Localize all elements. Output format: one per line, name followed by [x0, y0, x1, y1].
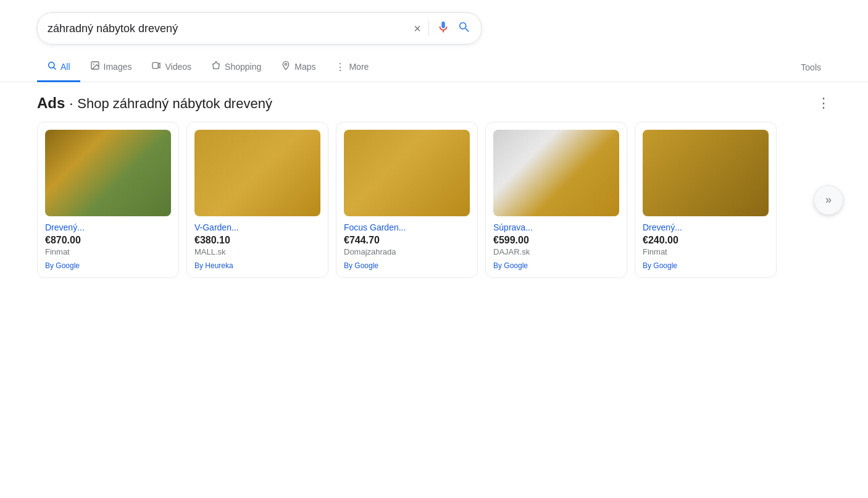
- product-price-5: €240.00: [643, 235, 769, 246]
- product-image-1: [45, 130, 171, 216]
- product-card-3[interactable]: Focus Garden... €744.70 Domajzahrada By …: [336, 122, 478, 278]
- tab-shopping-label: Shopping: [225, 62, 261, 72]
- clear-icon[interactable]: ×: [414, 22, 421, 36]
- main-content: Ads · Shop záhradný nábytok drevený ⋮ Dr…: [0, 82, 868, 290]
- nav-tabs: All Images Videos Shopping Maps ⋮ More T…: [0, 51, 868, 82]
- all-icon: [47, 61, 57, 73]
- product-image-2: [194, 130, 320, 216]
- product-title-4: Súprava...: [493, 222, 619, 232]
- product-price-4: €599.00: [493, 235, 619, 246]
- search-icon[interactable]: [457, 20, 471, 36]
- tab-images-label: Images: [104, 62, 132, 72]
- product-image-4: [493, 130, 619, 216]
- mic-icon[interactable]: [436, 20, 450, 36]
- tools-tab[interactable]: Tools: [791, 55, 831, 80]
- tab-maps-label: Maps: [294, 62, 315, 72]
- shopping-icon: [211, 61, 221, 73]
- ads-shop-title: Shop záhradný nábytok drevený: [77, 96, 272, 111]
- product-store-4: DAJAR.sk: [493, 247, 619, 256]
- tab-shopping[interactable]: Shopping: [201, 53, 271, 82]
- product-card-1[interactable]: Drevený... €870.00 Finmat By Google: [37, 122, 179, 278]
- more-dots-icon: ⋮: [335, 61, 345, 73]
- product-by-5: By Google: [643, 261, 769, 270]
- ads-more-button[interactable]: ⋮: [817, 96, 831, 110]
- tab-all[interactable]: All: [37, 53, 80, 82]
- product-by-1: By Google: [45, 261, 171, 270]
- product-store-1: Finmat: [45, 247, 171, 256]
- tab-videos-label: Videos: [165, 62, 191, 72]
- product-store-2: MALL.sk: [194, 247, 320, 256]
- product-card-4[interactable]: Súprava... €599.00 DAJAR.sk By Google: [485, 122, 627, 278]
- product-title-2: V-Garden...: [194, 222, 320, 232]
- product-title-5: Drevený...: [643, 222, 769, 232]
- product-store-3: Domajzahrada: [344, 247, 470, 256]
- tab-all-label: All: [61, 62, 70, 72]
- tab-videos[interactable]: Videos: [141, 53, 201, 82]
- product-image-5: [643, 130, 769, 216]
- ads-label: Ads: [37, 95, 65, 111]
- product-image-3: [344, 130, 470, 216]
- product-price-3: €744.70: [344, 235, 470, 246]
- vertical-divider: [428, 21, 429, 36]
- products-grid: Drevený... €870.00 Finmat By Google V-Ga…: [37, 122, 831, 278]
- product-price-2: €380.10: [194, 235, 320, 246]
- tab-maps[interactable]: Maps: [271, 53, 325, 82]
- product-title-1: Drevený...: [45, 222, 171, 232]
- product-by-2: By Heureka: [194, 261, 320, 270]
- svg-point-3: [93, 64, 94, 65]
- next-products-button[interactable]: »: [814, 185, 843, 215]
- product-store-5: Finmat: [643, 247, 769, 256]
- ads-title: Ads · Shop záhradný nábytok drevený: [37, 95, 272, 112]
- product-price-1: €870.00: [45, 235, 171, 246]
- ads-header: Ads · Shop záhradný nábytok drevený ⋮: [37, 95, 831, 112]
- images-icon: [90, 61, 100, 73]
- tab-more-label: More: [349, 62, 369, 72]
- product-title-3: Focus Garden...: [344, 222, 470, 232]
- search-bar: ×: [37, 12, 482, 44]
- product-by-3: By Google: [344, 261, 470, 270]
- search-input[interactable]: [48, 22, 414, 35]
- tools-label: Tools: [801, 62, 821, 72]
- search-bar-container: ×: [0, 0, 868, 51]
- product-by-4: By Google: [493, 261, 619, 270]
- videos-icon: [151, 61, 161, 73]
- product-card-2[interactable]: V-Garden... €380.10 MALL.sk By Heureka: [186, 122, 328, 278]
- maps-icon: [281, 61, 291, 73]
- search-icons: ×: [414, 20, 471, 36]
- tab-images[interactable]: Images: [80, 53, 142, 82]
- product-card-5[interactable]: Drevený... €240.00 Finmat By Google: [635, 122, 777, 278]
- svg-line-1: [54, 67, 56, 69]
- svg-rect-4: [152, 62, 158, 68]
- tab-more[interactable]: ⋮ More: [325, 54, 378, 82]
